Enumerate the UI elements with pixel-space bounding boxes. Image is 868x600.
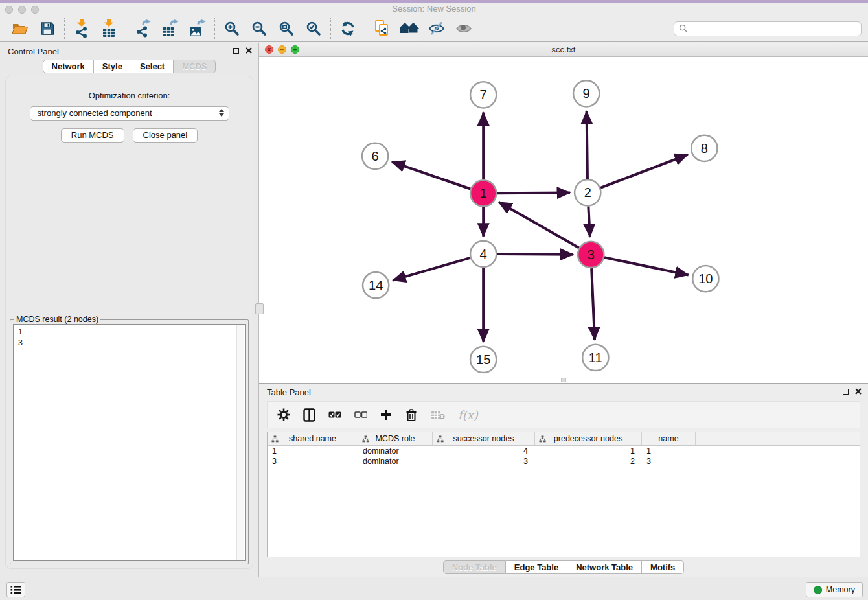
- network-window-titlebar[interactable]: × − + scc.txt: [259, 43, 868, 57]
- table-settings-button[interactable]: [277, 408, 290, 421]
- tab-mcds[interactable]: MCDS: [174, 60, 216, 73]
- cell-shared-name[interactable]: 3: [268, 457, 358, 466]
- cell-successor-nodes[interactable]: 3: [433, 457, 535, 466]
- graph-edge-3-10[interactable]: [604, 257, 689, 275]
- network-graph[interactable]: 7968124314101511: [259, 57, 868, 385]
- graph-node-9[interactable]: 9: [573, 80, 599, 106]
- mcds-result-item[interactable]: 3: [18, 338, 245, 349]
- copy-style-button[interactable]: [369, 16, 396, 41]
- tab-network-table[interactable]: Network Table: [567, 560, 642, 574]
- tab-node-table[interactable]: Node Table: [443, 560, 506, 574]
- column-header-mcds-role[interactable]: MCDS role: [358, 432, 433, 445]
- graph-edge-4-3[interactable]: [497, 254, 573, 255]
- graph-edge-4-14[interactable]: [393, 258, 470, 281]
- cell-name[interactable]: 3: [642, 457, 696, 466]
- select-all-columns-button[interactable]: [328, 411, 341, 418]
- graph-node-10[interactable]: 10: [692, 266, 718, 292]
- mcds-result-item[interactable]: 1: [18, 327, 245, 338]
- import-network-button[interactable]: [68, 16, 95, 41]
- graph-node-7[interactable]: 7: [470, 82, 496, 108]
- graph-node-3[interactable]: 3: [578, 242, 604, 268]
- minimize-window-button[interactable]: [18, 6, 26, 14]
- column-header-shared-name[interactable]: shared name: [268, 432, 358, 445]
- tab-edge-table[interactable]: Edge Table: [506, 560, 567, 574]
- graph-node-2[interactable]: 2: [575, 179, 600, 205]
- zoom-selected-button[interactable]: [300, 16, 327, 41]
- cell-mcds-role[interactable]: dominator: [358, 446, 433, 456]
- graph-edge-3-11[interactable]: [591, 268, 595, 340]
- svg-text:2: 2: [584, 185, 591, 200]
- scrollbar-track[interactable]: [236, 325, 244, 560]
- tab-select[interactable]: Select: [131, 60, 174, 73]
- table-row[interactable]: 1dominator411: [268, 446, 860, 456]
- hide-selected-button[interactable]: [423, 16, 450, 41]
- graph-edge-2-8[interactable]: [600, 155, 688, 188]
- zoom-out-button[interactable]: [246, 16, 273, 41]
- graph-edge-2-9[interactable]: [587, 111, 588, 179]
- save-session-button[interactable]: [34, 16, 61, 41]
- graph-node-11[interactable]: 11: [582, 345, 608, 371]
- float-panel-icon[interactable]: [233, 48, 239, 54]
- cell-name[interactable]: 1: [642, 446, 696, 456]
- graph-node-14[interactable]: 14: [363, 272, 389, 298]
- graph-node-6[interactable]: 6: [362, 143, 388, 169]
- mcds-result-list[interactable]: 13: [13, 324, 246, 561]
- minimize-network-window-button[interactable]: −: [278, 45, 286, 54]
- show-all-button[interactable]: [450, 16, 477, 41]
- cell-predecessor-nodes[interactable]: 2: [535, 457, 642, 466]
- export-network-button[interactable]: [130, 16, 157, 41]
- table-row[interactable]: 3dominator323: [268, 456, 860, 467]
- graph-node-8[interactable]: 8: [691, 135, 717, 161]
- canvas-resize-grip[interactable]: [561, 378, 566, 382]
- close-panel-icon[interactable]: [855, 388, 862, 395]
- add-column-button[interactable]: [380, 409, 392, 421]
- close-network-window-button[interactable]: ×: [265, 45, 273, 54]
- column-header-predecessor-nodes[interactable]: predecessor nodes: [535, 432, 642, 445]
- graph-node-15[interactable]: 15: [470, 347, 496, 373]
- graph-node-1[interactable]: 1: [470, 180, 496, 206]
- search-input[interactable]: [688, 23, 856, 34]
- task-history-button[interactable]: [6, 582, 25, 597]
- zoom-window-button[interactable]: [31, 6, 39, 14]
- tab-style[interactable]: Style: [94, 60, 131, 73]
- column-header-name[interactable]: name: [642, 432, 696, 445]
- close-panel-button[interactable]: Close panel: [133, 128, 198, 143]
- node-table[interactable]: shared nameMCDS rolesuccessor nodesprede…: [267, 432, 860, 557]
- graph-edge-2-3[interactable]: [588, 206, 589, 237]
- splitter-handle[interactable]: [255, 303, 264, 314]
- function-builder-button[interactable]: f(x): [458, 408, 478, 422]
- zoom-fit-button[interactable]: [273, 16, 300, 41]
- cell-mcds-role[interactable]: dominator: [358, 457, 433, 466]
- close-panel-icon[interactable]: [246, 47, 252, 54]
- columns-icon: [303, 408, 315, 422]
- export-image-button[interactable]: [184, 16, 211, 41]
- tab-motifs[interactable]: Motifs: [642, 560, 684, 574]
- network-canvas[interactable]: 7968124314101511: [259, 57, 868, 383]
- refresh-view-button[interactable]: [334, 16, 361, 41]
- optimization-criterion-select[interactable]: strongly connected component: [30, 106, 229, 121]
- search-field[interactable]: [674, 21, 862, 36]
- run-mcds-button[interactable]: Run MCDS: [61, 128, 124, 143]
- maximize-network-window-button[interactable]: +: [291, 45, 299, 54]
- tab-network[interactable]: Network: [43, 60, 94, 73]
- cell-successor-nodes[interactable]: 4: [433, 446, 535, 456]
- cell-predecessor-nodes[interactable]: 1: [535, 446, 642, 456]
- export-table-button[interactable]: [157, 16, 184, 41]
- memory-button[interactable]: Memory: [806, 582, 863, 597]
- open-session-button[interactable]: [6, 16, 34, 41]
- delete-table-button[interactable]: [431, 410, 445, 420]
- close-window-button[interactable]: [5, 6, 13, 14]
- graph-node-4[interactable]: 4: [470, 241, 496, 267]
- graph-edge-1-6[interactable]: [392, 162, 470, 189]
- delete-column-button[interactable]: [405, 408, 418, 422]
- home-layout-button[interactable]: [396, 16, 423, 41]
- show-columns-button[interactable]: [303, 408, 315, 422]
- deselect-all-columns-button[interactable]: [354, 411, 367, 418]
- graph-edge-3-1[interactable]: [499, 202, 579, 248]
- import-table-button[interactable]: [95, 16, 122, 41]
- graph-edge-1-2[interactable]: [497, 193, 570, 194]
- cell-shared-name[interactable]: 1: [268, 446, 358, 456]
- float-panel-icon[interactable]: [843, 389, 849, 395]
- column-header-successor-nodes[interactable]: successor nodes: [433, 432, 535, 445]
- zoom-in-button[interactable]: [218, 16, 246, 41]
